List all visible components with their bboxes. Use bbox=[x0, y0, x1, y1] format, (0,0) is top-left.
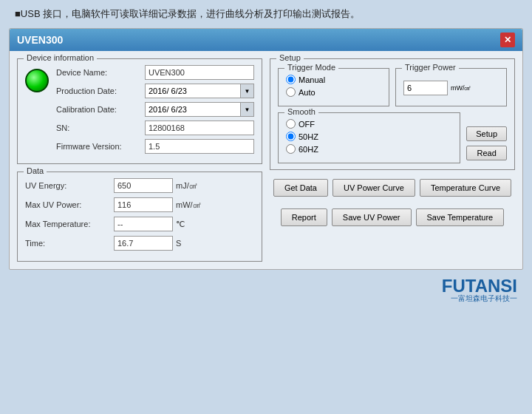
firmware-label: Firmware Version: bbox=[56, 142, 145, 151]
close-button[interactable]: ✕ bbox=[500, 33, 515, 47]
manual-label: Manual bbox=[299, 75, 325, 84]
max-uv-power-unit: mW/㎠ bbox=[176, 200, 201, 211]
report-button[interactable]: Report bbox=[281, 208, 327, 226]
calibration-date-input[interactable] bbox=[145, 102, 241, 117]
max-uv-power-label: Max UV Power: bbox=[25, 200, 114, 209]
max-temp-unit: ℃ bbox=[176, 220, 185, 229]
auto-radio[interactable] bbox=[286, 87, 296, 97]
production-date-input[interactable] bbox=[145, 84, 241, 98]
trigger-power-label: Trigger Power bbox=[402, 63, 459, 72]
save-temperature-button[interactable]: Save Temperature bbox=[416, 208, 505, 226]
uv-power-curve-button[interactable]: UV Power Curve bbox=[332, 179, 415, 197]
smooth-60hz-label: 60HZ bbox=[299, 145, 318, 154]
uv-energy-input[interactable] bbox=[114, 178, 173, 193]
max-uv-power-input[interactable] bbox=[114, 197, 173, 212]
smooth-label: Smooth bbox=[284, 107, 318, 116]
production-date-label: Production Date: bbox=[56, 86, 145, 95]
max-temp-label: Max Temperature: bbox=[25, 220, 114, 228]
firmware-input[interactable] bbox=[145, 139, 254, 154]
setup-group-label: Setup bbox=[276, 53, 304, 62]
temperature-curve-button[interactable]: Temperature Curve bbox=[420, 179, 511, 197]
time-label: Time: bbox=[25, 239, 114, 248]
max-temp-input[interactable] bbox=[114, 217, 173, 231]
device-name-label: Device Name: bbox=[56, 68, 145, 77]
smooth-off-label: OFF bbox=[299, 120, 315, 129]
time-input[interactable] bbox=[114, 236, 173, 251]
calibration-date-dropdown[interactable]: ▼ bbox=[241, 102, 254, 117]
trigger-power-input[interactable] bbox=[403, 81, 448, 95]
data-group-label: Data bbox=[24, 166, 47, 175]
calibration-date-label: Calibration Date: bbox=[56, 105, 145, 114]
setup-button[interactable]: Setup bbox=[466, 126, 507, 141]
setup-group: Setup Trigger Mode Manual Auto bbox=[270, 58, 515, 170]
top-description: ■USB 接口，电脑软件可读取详细记录数据，进行曲线分析及打印输出测试报告。 bbox=[15, 8, 360, 19]
device-info-label: Device information bbox=[24, 53, 97, 62]
smooth-50hz-label: 50HZ bbox=[299, 132, 318, 141]
save-uv-power-button[interactable]: Save UV Power bbox=[332, 208, 412, 226]
auto-label: Auto bbox=[299, 88, 316, 97]
smooth-60hz-radio[interactable] bbox=[286, 144, 296, 154]
trigger-power-unit: mW/㎠ bbox=[451, 84, 471, 93]
uv-energy-label: UV Energy: bbox=[25, 181, 114, 190]
read-button[interactable]: Read bbox=[466, 146, 507, 160]
trigger-mode-group: Trigger Mode Manual Auto bbox=[278, 68, 389, 106]
get-data-button[interactable]: Get Data bbox=[273, 179, 328, 197]
device-info-group: Device information Device Name: Producti… bbox=[17, 58, 262, 164]
status-led bbox=[25, 69, 49, 92]
device-name-input[interactable] bbox=[145, 65, 254, 80]
time-unit: S bbox=[176, 239, 181, 248]
data-group: Data UV Energy: mJ/㎠ Max UV Power: mW/㎠ … bbox=[17, 172, 262, 262]
uv-energy-unit: mJ/㎠ bbox=[176, 180, 197, 191]
trigger-mode-label: Trigger Mode bbox=[284, 63, 338, 72]
smooth-50hz-radio[interactable] bbox=[286, 132, 296, 141]
manual-radio[interactable] bbox=[286, 75, 296, 84]
brand-subtitle: 一富坦森电子科技一 bbox=[451, 293, 517, 304]
sn-input[interactable] bbox=[145, 121, 254, 135]
production-date-dropdown[interactable]: ▼ bbox=[241, 84, 254, 98]
trigger-power-group: Trigger Power mW/㎠ bbox=[395, 68, 507, 106]
sn-label: SN: bbox=[56, 123, 145, 132]
brand-logo: FUTANSI 一富坦森电子科技一 bbox=[442, 276, 517, 304]
window-title: UVEN300 bbox=[17, 34, 63, 46]
smooth-off-radio[interactable] bbox=[286, 119, 296, 129]
smooth-group: Smooth OFF 50HZ 60HZ bbox=[278, 112, 460, 163]
